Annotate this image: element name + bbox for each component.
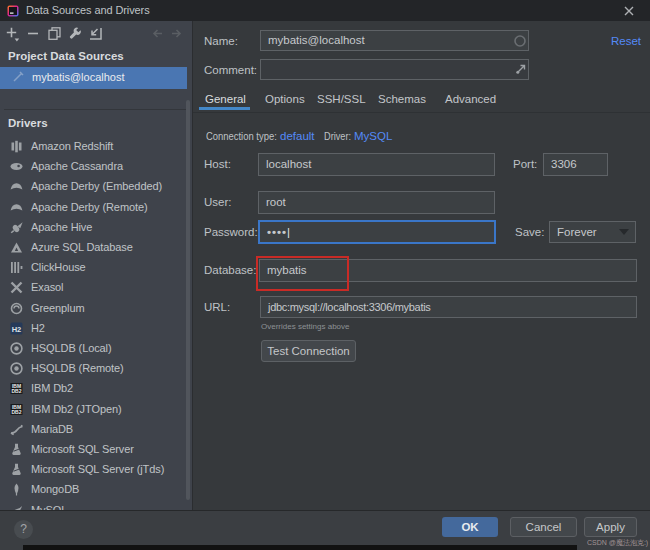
svg-text:DB2: DB2 [11, 388, 21, 394]
svg-text:H2: H2 [12, 325, 22, 334]
svg-text:DB2: DB2 [11, 409, 21, 415]
